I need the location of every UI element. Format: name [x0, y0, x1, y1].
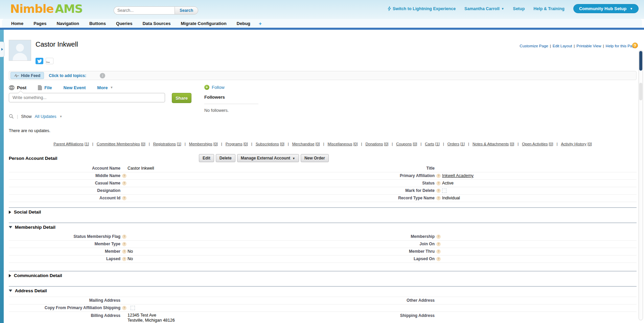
help-icon[interactable] — [122, 181, 127, 185]
post-composer-input[interactable] — [9, 93, 165, 102]
tab[interactable]: Debug — [232, 21, 255, 26]
help-icon[interactable] — [436, 196, 441, 200]
hide-feed-button[interactable]: Hide Feed — [10, 72, 44, 79]
related-list-link[interactable]: Orders — [447, 142, 459, 146]
help-icon[interactable] — [122, 306, 127, 310]
search-icon[interactable] — [9, 114, 14, 119]
related-list-count[interactable]: [1] — [85, 142, 89, 146]
follow-link[interactable]: +Follow — [204, 85, 265, 90]
file-action[interactable]: File — [38, 85, 52, 90]
twitter-icon[interactable] — [36, 58, 43, 64]
feed-publisher: ●●●Post File New Event More▼ Share +Foll… — [9, 84, 637, 133]
delete-button[interactable]: Delete — [216, 154, 235, 162]
related-list-count[interactable]: [0] — [280, 142, 284, 146]
help-icon[interactable] — [122, 257, 127, 261]
section-toggle-address[interactable]: Address Detail — [9, 288, 637, 293]
related-list-count[interactable]: [0] — [549, 142, 553, 146]
related-list-count[interactable]: [0] — [588, 142, 592, 146]
help-training-link[interactable]: Help & Training — [533, 6, 565, 11]
edit-button[interactable]: Edit — [199, 154, 214, 162]
switch-to-lightning-link[interactable]: Switch to Lightning Experience — [388, 6, 456, 11]
add-topics-link[interactable]: Click to add topics: — [49, 73, 86, 78]
tab[interactable]: Data Sources — [137, 21, 176, 26]
search-button[interactable]: Search — [175, 6, 198, 15]
post-action[interactable]: ●●●Post — [9, 85, 26, 90]
related-list-link[interactable]: Subscriptions — [256, 142, 279, 146]
help-icon[interactable] — [122, 234, 127, 239]
copy-shipping-checkbox[interactable] — [131, 306, 135, 310]
mark-for-delete-checkbox[interactable] — [442, 189, 446, 193]
related-list-link[interactable]: Parent Affiliations — [53, 142, 84, 146]
vertical-scrollbar[interactable] — [639, 50, 643, 320]
related-list-link[interactable]: Open Activities — [522, 142, 548, 146]
section-toggle-social[interactable]: Social Detail — [9, 209, 637, 215]
tab[interactable]: Buttons — [84, 21, 111, 26]
help-icon[interactable] — [436, 189, 441, 193]
help-icon[interactable] — [436, 234, 441, 239]
share-button[interactable]: Share — [172, 93, 191, 103]
info-icon[interactable]: i — [100, 73, 105, 78]
related-list-link[interactable]: Committee Memberships — [97, 142, 140, 146]
feed-filter-select[interactable]: All Updates — [35, 114, 56, 119]
search-input[interactable] — [114, 6, 175, 15]
user-menu[interactable]: Samantha Carroll▼ — [464, 6, 504, 11]
related-list-count[interactable]: [0] — [244, 142, 248, 146]
tab[interactable]: Queries — [111, 21, 137, 26]
section-toggle-communication[interactable]: Communication Detail — [9, 273, 637, 278]
related-list-count[interactable]: [0] — [413, 142, 417, 146]
setup-link[interactable]: Setup — [513, 6, 525, 11]
related-list-count[interactable]: [0] — [353, 142, 358, 146]
related-list-link[interactable]: Memberships — [189, 142, 212, 146]
related-list-link[interactable]: Notes & Attachments — [473, 142, 509, 146]
related-list-link[interactable]: Donations — [365, 142, 383, 146]
tab[interactable]: Migrate Configuration — [176, 21, 232, 26]
community-hub-setup-button[interactable]: Community Hub Setup▼ — [573, 4, 639, 13]
manage-external-account-button[interactable]: Manage External Account▼ — [237, 154, 299, 162]
help-icon[interactable] — [436, 249, 441, 254]
related-list-link[interactable]: Merchandise — [292, 142, 315, 146]
help-icon[interactable] — [122, 174, 127, 178]
page-action-link[interactable]: Printable View — [576, 44, 601, 48]
help-question-icon[interactable]: ? — [632, 43, 638, 48]
help-icon[interactable] — [122, 196, 127, 200]
section-toggle-membership[interactable]: Membership Detail — [9, 225, 637, 230]
help-icon[interactable] — [436, 181, 441, 185]
add-tab-button[interactable]: + — [255, 21, 265, 26]
help-icon[interactable] — [436, 242, 441, 246]
related-list-link[interactable]: Coupons — [396, 142, 412, 146]
new-event-action[interactable]: New Event — [64, 85, 86, 90]
related-list-count[interactable]: [0] — [510, 142, 514, 146]
avatar[interactable] — [9, 40, 31, 61]
tab[interactable]: Home — [6, 21, 28, 26]
section-social-detail: Social Detail — [9, 207, 637, 215]
help-icon[interactable] — [122, 242, 127, 246]
help-icon[interactable] — [122, 249, 127, 254]
help-icon[interactable] — [436, 257, 441, 261]
related-list-link[interactable]: Registrations — [153, 142, 176, 146]
scrollbar-thumb[interactable] — [639, 51, 642, 71]
tab[interactable]: Pages — [28, 21, 51, 26]
app-tabs: HomePagesNavigationButtonsQueriesData So… — [6, 21, 255, 26]
primary-affiliation-link[interactable]: Inkwell Academy — [442, 172, 474, 179]
help-icon[interactable] — [436, 174, 441, 178]
related-list-count[interactable]: [0] — [213, 142, 218, 146]
related-list-link[interactable]: Carts — [425, 142, 434, 146]
chevron-right-icon — [9, 274, 11, 277]
scrollbar-secondary-thumb[interactable] — [639, 83, 642, 100]
related-list-count[interactable]: [1] — [435, 142, 440, 146]
youtube-icon[interactable]: YouTube — [46, 58, 53, 64]
related-list-count[interactable]: [0] — [141, 142, 145, 146]
related-list-count[interactable]: [1] — [177, 142, 181, 146]
related-list-link[interactable]: Programs — [226, 142, 243, 146]
page-action-link[interactable]: Edit Layout — [553, 44, 572, 48]
tab[interactable]: Navigation — [51, 21, 84, 26]
section-communication-detail: Communication Detail — [9, 271, 637, 278]
related-list-count[interactable]: [0] — [316, 142, 320, 146]
related-list-count[interactable]: [1] — [460, 142, 465, 146]
related-list-count[interactable]: [0] — [384, 142, 388, 146]
related-list-link[interactable]: Miscellaneous — [328, 142, 352, 146]
more-action[interactable]: More▼ — [97, 85, 113, 90]
page-action-link[interactable]: Customize Page — [520, 44, 548, 48]
new-order-button[interactable]: New Order — [301, 154, 329, 162]
related-list-link[interactable]: Activity History — [561, 142, 586, 146]
